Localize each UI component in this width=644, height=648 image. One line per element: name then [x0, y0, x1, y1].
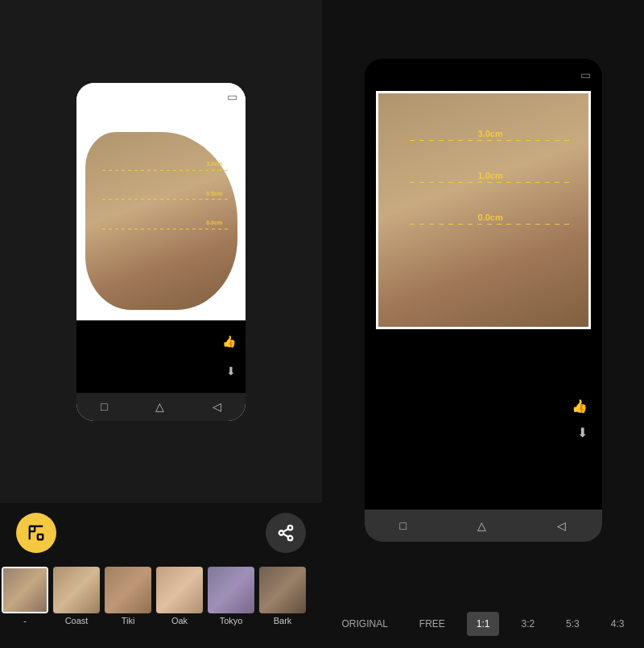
- crop-3-2[interactable]: 3:2: [511, 612, 544, 636]
- filter-img-none: [3, 568, 47, 612]
- line-05cm-left: 0.5cm: [102, 199, 229, 200]
- left-phone-container: ▭ 3.0cm 0.5cm 0.0cm: [76, 83, 246, 421]
- back-nav-right[interactable]: ◁: [557, 519, 566, 532]
- filter-item-coast[interactable]: Coast: [52, 567, 101, 625]
- svg-rect-0: [30, 526, 35, 531]
- label-3cm-right: 3.0cm: [478, 129, 503, 138]
- label-0cm-left: 0.0cm: [206, 220, 222, 225]
- filter-label-tokyo: Tokyo: [220, 616, 243, 625]
- share-icon-left: [277, 524, 295, 542]
- like-icon-left[interactable]: 👍: [222, 335, 236, 348]
- filter-item-oak[interactable]: Oak: [155, 567, 204, 625]
- measurement-overlay-left: 3.0cm 0.5cm 0.0cm: [76, 111, 246, 320]
- line-0cm-left: 0.0cm: [102, 228, 229, 229]
- svg-point-6: [288, 536, 293, 541]
- svg-line-7: [283, 534, 288, 537]
- expand-icon-right[interactable]: ▭: [580, 68, 591, 81]
- download-icon-right[interactable]: ⬇: [577, 425, 588, 440]
- crop-original[interactable]: ORIGINAL: [332, 612, 397, 636]
- svg-line-8: [283, 529, 288, 532]
- filter-thumb-oak: [156, 567, 203, 613]
- filter-img-tokyo: [208, 567, 254, 613]
- filter-thumb-tokyo: [208, 567, 254, 613]
- crop-1-1[interactable]: 1:1: [467, 612, 500, 636]
- filter-item-bark[interactable]: Bark: [258, 567, 308, 625]
- label-05cm-left: 0.5cm: [206, 191, 222, 196]
- label-1cm-right: 1.0cm: [478, 171, 503, 180]
- line-1cm-right: 1.0cm: [410, 182, 572, 184]
- line-3cm-right: 3.0cm: [410, 140, 572, 142]
- line-0cm-right: 0.0cm: [410, 224, 572, 225]
- crop-5-3[interactable]: 5:3: [556, 612, 589, 636]
- svg-rect-1: [38, 534, 43, 539]
- crop-options-bar: ORIGINAL FREE 1:1 3:2 5:3 4:3: [322, 600, 644, 648]
- filter-thumb-coast: [53, 567, 100, 613]
- filter-label-oak: Oak: [171, 616, 188, 625]
- left-bottom-controls: - Coast Tiki Oak: [0, 503, 322, 648]
- crop-free[interactable]: FREE: [410, 612, 455, 636]
- share-button-left[interactable]: [266, 513, 306, 553]
- left-nav-bar: □ △ ◁: [76, 393, 246, 421]
- line-3cm-left: 3.0cm: [102, 169, 229, 171]
- filter-item-tiki[interactable]: Tiki: [103, 567, 153, 625]
- left-photo-area: 3.0cm 0.5cm 0.0cm: [76, 111, 246, 320]
- filter-img-oak: [156, 567, 203, 613]
- filter-strip-left: - Coast Tiki Oak: [0, 563, 322, 629]
- filter-thumb-none: [2, 567, 48, 613]
- square-nav-left[interactable]: □: [101, 400, 107, 413]
- filter-label-bark: Bark: [274, 616, 292, 625]
- filter-thumb-tiki: [105, 567, 151, 613]
- label-0cm-right: 0.0cm: [478, 213, 503, 222]
- crop-icon-left: [27, 524, 45, 542]
- left-main-area: ▭ 3.0cm 0.5cm 0.0cm: [0, 0, 322, 503]
- download-icon-left[interactable]: ⬇: [226, 365, 236, 378]
- filter-img-tiki: [105, 567, 151, 613]
- square-nav-right[interactable]: □: [400, 519, 407, 532]
- label-3cm-left: 3.0cm: [206, 161, 222, 167]
- expand-icon-left[interactable]: ▭: [227, 90, 237, 103]
- right-main-area: ▭ 3.0cm 1.0cm: [322, 0, 644, 600]
- measurement-overlay-right: 3.0cm 1.0cm 0.0cm: [378, 93, 588, 327]
- like-icon-right[interactable]: 👍: [572, 398, 588, 414]
- crop-4-3[interactable]: 4:3: [601, 612, 634, 636]
- action-buttons-row-left: [0, 503, 322, 563]
- right-phone-frame: ▭ 3.0cm 1.0cm: [365, 59, 602, 542]
- filter-label-coast: Coast: [65, 616, 89, 625]
- filter-img-coast: [53, 567, 100, 613]
- left-phone-top: ▭: [76, 83, 246, 111]
- filter-thumb-bark: [259, 567, 306, 613]
- filter-item-none[interactable]: -: [0, 567, 50, 625]
- svg-point-5: [279, 530, 284, 535]
- filter-label-none: -: [23, 616, 27, 625]
- home-nav-left[interactable]: △: [155, 400, 164, 413]
- right-nav-bar: □ △ ◁: [365, 510, 602, 542]
- left-phone-bottom-inner: 👍 ⬇: [76, 320, 246, 393]
- right-photo-area: 3.0cm 1.0cm 0.0cm: [378, 93, 588, 327]
- filter-label-tiki: Tiki: [122, 616, 135, 625]
- right-phone-top: ▭: [365, 59, 602, 91]
- right-phone-bottom-icons: 👍 ⬇: [365, 329, 602, 510]
- right-panel: ▭ 3.0cm 1.0cm: [322, 0, 644, 648]
- back-nav-left[interactable]: ◁: [213, 400, 221, 413]
- crop-button-left[interactable]: [16, 513, 56, 553]
- svg-point-4: [288, 526, 293, 530]
- filter-item-tokyo[interactable]: Tokyo: [206, 567, 256, 625]
- home-nav-right[interactable]: △: [477, 519, 486, 532]
- filter-img-bark: [259, 567, 306, 613]
- left-panel: ▭ 3.0cm 0.5cm 0.0cm: [0, 0, 322, 648]
- right-image-border: 3.0cm 1.0cm 0.0cm: [376, 91, 591, 329]
